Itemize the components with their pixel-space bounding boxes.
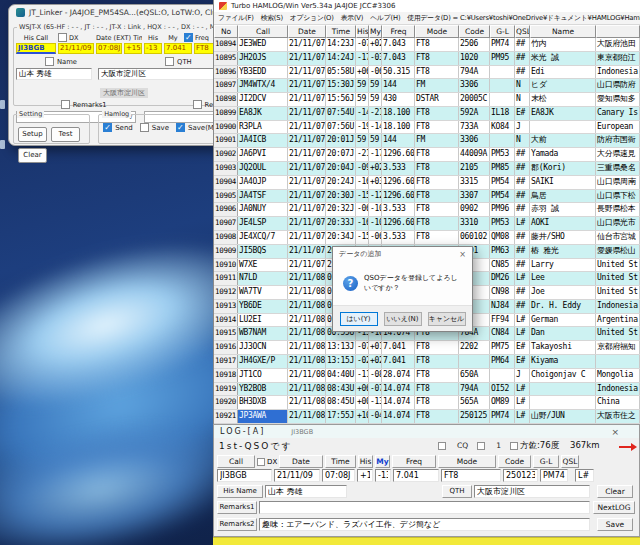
cell[interactable]: FT8: [415, 217, 459, 230]
cell[interactable]: FF94: [490, 314, 515, 327]
cell[interactable]: 59: [369, 134, 382, 147]
table-row[interactable]: 10908JE4XCQ/721/11/0720:34J-15-063.533FT…: [214, 231, 640, 245]
field-input-mode[interactable]: [441, 469, 501, 482]
send-checkbox[interactable]: [103, 123, 112, 132]
cell[interactable]: -07: [369, 383, 382, 396]
cell[interactable]: 10908: [214, 231, 238, 244]
cell[interactable]: ##: [515, 259, 530, 272]
setup-button[interactable]: Setup: [18, 127, 47, 142]
cell[interactable]: 7.043: [382, 38, 415, 51]
savemsg-checkbox[interactable]: [176, 123, 185, 132]
cell[interactable]: 末松: [530, 93, 596, 106]
cell[interactable]: JA4OJP: [238, 176, 288, 189]
cell[interactable]: -13: [369, 396, 382, 409]
cell[interactable]: Joe: [530, 286, 596, 299]
cell[interactable]: 20:33J: [326, 217, 356, 230]
cell[interactable]: 21/11/07: [288, 79, 326, 92]
cell[interactable]: 山口県周南: [596, 176, 640, 189]
cell[interactable]: -02: [356, 355, 369, 368]
clear-button[interactable]: Clear: [18, 148, 47, 163]
cell[interactable]: 1020: [459, 52, 490, 65]
cell[interactable]: ##: [515, 162, 530, 175]
cell[interactable]: YB6DE: [238, 300, 288, 313]
cell[interactable]: 防府市国衙: [596, 134, 640, 147]
cell[interactable]: 21/11/07: [288, 245, 326, 258]
cell[interactable]: PM96: [490, 203, 515, 216]
cell[interactable]: 山口県防府: [596, 79, 640, 92]
field-input-date[interactable]: [274, 469, 320, 482]
cell[interactable]: -06: [356, 203, 369, 216]
cell[interactable]: 0902: [459, 203, 490, 216]
cell[interactable]: -11: [356, 369, 369, 382]
cell[interactable]: 1296.60: [382, 190, 415, 203]
cell[interactable]: FT8: [415, 52, 459, 65]
cell[interactable]: PM63: [490, 245, 515, 258]
cell[interactable]: OI52: [490, 383, 515, 396]
cell[interactable]: 10917: [214, 355, 238, 368]
cell[interactable]: 28.074: [382, 369, 415, 382]
table-row[interactable]: 10897JM4WTX/421/11/0715:30J5959144FM3306…: [214, 79, 640, 93]
cell[interactable]: ##: [515, 176, 530, 189]
cancel-button[interactable]: キャンセル: [428, 312, 466, 326]
table-row[interactable]: 10902JA6PVI21/11/0720:07J-21-171296.60FT…: [214, 148, 640, 162]
log-qth-input[interactable]: [474, 485, 590, 498]
cell[interactable]: 21/11/07: [288, 203, 326, 216]
cell[interactable]: 10904: [214, 176, 238, 189]
cell[interactable]: 10905: [214, 190, 238, 203]
cell[interactable]: -09: [356, 162, 369, 175]
table-row[interactable]: 10916JJ3OCN21/11/0813:13J-07+017.041FT82…: [214, 341, 640, 355]
cell[interactable]: [490, 134, 515, 147]
qth-button[interactable]: QTH: [442, 485, 472, 498]
cell[interactable]: FT8: [415, 107, 459, 120]
cell[interactable]: L#: [515, 272, 530, 285]
cell[interactable]: J: [515, 121, 530, 134]
cell[interactable]: 21/11/08: [288, 383, 326, 396]
cell[interactable]: 10900: [214, 121, 238, 134]
cell[interactable]: PM53: [490, 148, 515, 161]
menu-item-2[interactable]: オプション(O): [290, 13, 334, 23]
cell[interactable]: FT8: [415, 355, 459, 368]
table-row[interactable]: 10919YB2BOB21/11/0808:43U+06-0714.074FT8…: [214, 383, 640, 397]
cell[interactable]: 愛知県知多: [596, 93, 640, 106]
cell[interactable]: 21/11/08: [288, 369, 326, 382]
cell[interactable]: Mongolia: [596, 369, 640, 382]
cell[interactable]: PM85: [490, 162, 515, 175]
cell[interactable]: JA4ICB: [238, 134, 288, 147]
cell[interactable]: PM54: [490, 190, 515, 203]
cell[interactable]: 10907: [214, 217, 238, 230]
cell[interactable]: 59: [369, 79, 382, 92]
cell[interactable]: FT8: [415, 38, 459, 51]
cell[interactable]: German: [530, 314, 596, 327]
cell[interactable]: 10903: [214, 162, 238, 175]
remarks2-button[interactable]: Remarks2: [217, 518, 257, 531]
save-log-button[interactable]: Save: [597, 518, 633, 531]
cell[interactable]: Argentina: [596, 314, 640, 327]
cell[interactable]: 20005C: [459, 93, 490, 106]
cell[interactable]: 大阪府池田: [596, 38, 640, 51]
cell[interactable]: 2202: [459, 341, 490, 354]
field-input-code[interactable]: [503, 469, 538, 482]
field-header-my[interactable]: My: [375, 455, 390, 468]
cell[interactable]: -07: [356, 38, 369, 51]
cell[interactable]: 21/11/07: [288, 52, 326, 65]
cell[interactable]: KO84: [490, 121, 515, 134]
cell[interactable]: 14.074: [382, 396, 415, 409]
cell[interactable]: ##: [515, 231, 530, 244]
cell[interactable]: JE3WED: [238, 38, 288, 51]
cell[interactable]: YB3EDD: [238, 66, 288, 79]
cell[interactable]: 59: [356, 93, 369, 106]
cell[interactable]: L#: [515, 410, 530, 423]
cell[interactable]: JH4GXE/P: [238, 355, 288, 368]
cell[interactable]: PM54: [490, 176, 515, 189]
cell[interactable]: Kiyama: [530, 355, 596, 368]
cell[interactable]: 592A: [459, 107, 490, 120]
cell[interactable]: Choigonjav C: [530, 369, 596, 382]
cell[interactable]: DM26: [490, 272, 515, 285]
table-row[interactable]: 10904JA4OJP21/11/0720:24J-16+031296.60FT…: [214, 176, 640, 190]
column-header-No[interactable]: No: [214, 25, 238, 38]
cell[interactable]: IL18: [490, 107, 515, 120]
cell[interactable]: 米光 誠: [530, 52, 596, 65]
cell[interactable]: PM75: [490, 341, 515, 354]
cell[interactable]: 15:56J: [326, 93, 356, 106]
log-his-name-input[interactable]: [265, 485, 347, 498]
